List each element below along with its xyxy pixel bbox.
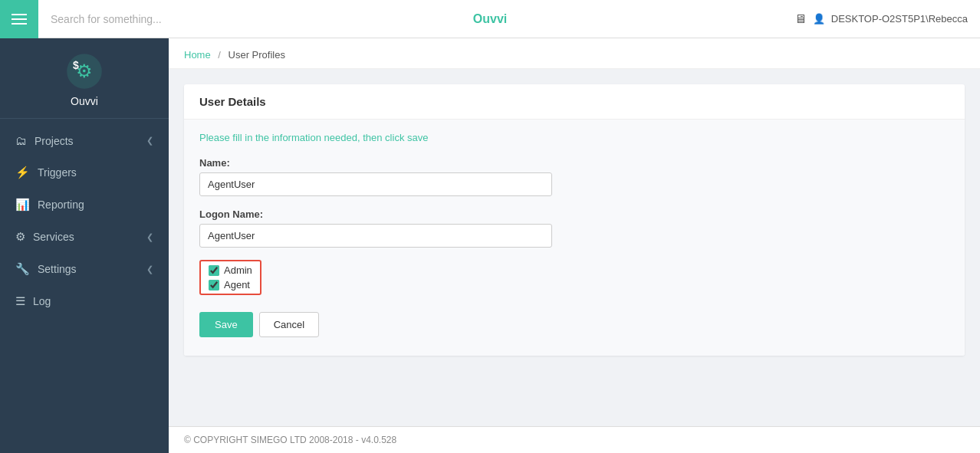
user-details-card: User Details Please fill in the informat… bbox=[184, 84, 965, 356]
sidebar-label-settings: Settings bbox=[38, 263, 77, 275]
chevron-icon: ❮ bbox=[146, 264, 153, 274]
page-content: User Details Please fill in the informat… bbox=[169, 69, 980, 426]
settings-icon: 🔧 bbox=[15, 262, 30, 276]
content-area: Home / User Profiles User Details Please… bbox=[169, 38, 980, 453]
svg-text:$: $ bbox=[73, 59, 79, 71]
sidebar-logo: ⚙ $ Ouvvi bbox=[0, 38, 169, 119]
topbar: Search for something... Ouvvi 🖥 👤 DESKTO… bbox=[0, 0, 980, 38]
sidebar-item-settings[interactable]: 🔧 Settings ❮ bbox=[0, 253, 169, 285]
sidebar-label-triggers: Triggers bbox=[38, 166, 77, 179]
sidebar-nav: 🗂 Projects ❮ ⚡ Triggers 📊 Reporting bbox=[0, 119, 169, 317]
search-placeholder: Search for something... bbox=[51, 13, 162, 25]
info-message: Please fill in the information needed, t… bbox=[199, 132, 949, 143]
chevron-icon: ❮ bbox=[146, 136, 153, 146]
sidebar-item-projects[interactable]: 🗂 Projects ❮ bbox=[0, 125, 169, 156]
admin-label: Admin bbox=[224, 264, 252, 276]
monitor-icon: 🖥 bbox=[794, 12, 807, 26]
admin-checkbox-row[interactable]: Admin bbox=[209, 264, 252, 276]
sidebar-item-triggers[interactable]: ⚡ Triggers bbox=[0, 156, 169, 189]
save-button[interactable]: Save bbox=[199, 312, 253, 337]
projects-icon: 🗂 bbox=[15, 134, 27, 147]
chevron-icon: ❮ bbox=[146, 232, 153, 242]
sidebar-label-services: Services bbox=[33, 231, 74, 243]
sidebar-label-projects: Projects bbox=[35, 135, 74, 147]
card-body: Please fill in the information needed, t… bbox=[184, 120, 965, 356]
sidebar-label-reporting: Reporting bbox=[38, 199, 84, 211]
sidebar-item-services[interactable]: ⚙ Services ❮ bbox=[0, 221, 169, 253]
roles-box: Admin Agent bbox=[199, 260, 261, 295]
search-input-area[interactable]: Search for something... bbox=[38, 13, 794, 25]
logon-field-group: Logon Name: bbox=[199, 208, 949, 248]
footer: © COPYRIGHT SIMEGO LTD 2008-2018 - v4.0.… bbox=[169, 426, 980, 453]
sidebar-item-log[interactable]: ☰ Log bbox=[0, 285, 169, 317]
hamburger-icon bbox=[12, 14, 27, 25]
card-title: User Details bbox=[199, 95, 266, 108]
gear-icon: ⚙ $ bbox=[65, 52, 104, 90]
menu-toggle-button[interactable] bbox=[0, 0, 38, 38]
username: DESKTOP-O2ST5P1\Rebecca bbox=[831, 13, 968, 25]
services-icon: ⚙ bbox=[15, 230, 25, 244]
name-input[interactable] bbox=[199, 172, 552, 196]
info-text-part2: then click save bbox=[363, 132, 428, 143]
cancel-button[interactable]: Cancel bbox=[259, 312, 319, 337]
user-icon: 👤 bbox=[813, 13, 825, 25]
breadcrumb-home[interactable]: Home bbox=[184, 49, 211, 61]
user-info: 🖥 👤 DESKTOP-O2ST5P1\Rebecca bbox=[794, 12, 980, 26]
breadcrumb-current: User Profiles bbox=[229, 49, 285, 61]
agent-checkbox-row[interactable]: Agent bbox=[209, 279, 252, 291]
sidebar-item-reporting[interactable]: 📊 Reporting bbox=[0, 189, 169, 221]
info-text-part1: Please fill in the information needed, bbox=[199, 132, 360, 143]
reporting-icon: 📊 bbox=[15, 198, 30, 212]
sidebar-app-name: Ouvvi bbox=[71, 95, 98, 107]
copyright-text: © COPYRIGHT SIMEGO LTD 2008-2018 - v4.0.… bbox=[184, 435, 396, 445]
admin-checkbox[interactable] bbox=[209, 265, 219, 276]
agent-label: Agent bbox=[224, 279, 250, 291]
sidebar: ⚙ $ Ouvvi 🗂 Projects ❮ ⚡ Triggers bbox=[0, 38, 169, 453]
agent-checkbox[interactable] bbox=[209, 280, 219, 291]
log-icon: ☰ bbox=[15, 294, 25, 308]
name-label: Name: bbox=[199, 157, 949, 169]
sidebar-label-log: Log bbox=[33, 295, 51, 307]
breadcrumb: Home / User Profiles bbox=[169, 38, 980, 69]
triggers-icon: ⚡ bbox=[15, 166, 30, 179]
logon-input[interactable] bbox=[199, 224, 552, 248]
breadcrumb-separator: / bbox=[218, 49, 221, 61]
logon-label: Logon Name: bbox=[199, 208, 949, 220]
form-actions: Save Cancel bbox=[199, 312, 949, 337]
app-brand: Ouvvi bbox=[473, 12, 507, 26]
card-header: User Details bbox=[184, 84, 965, 120]
name-field-group: Name: bbox=[199, 157, 949, 196]
